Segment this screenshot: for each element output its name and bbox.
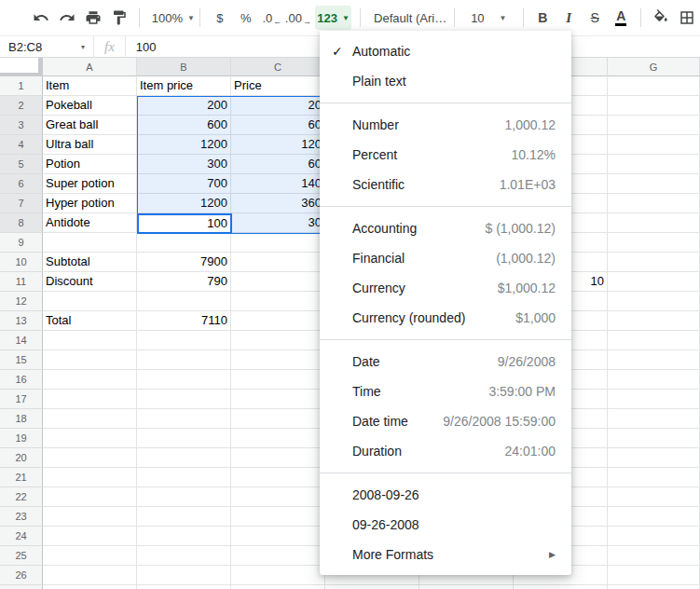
cell-B27[interactable] (137, 585, 231, 589)
cell-B20[interactable] (137, 448, 231, 468)
cell-A23[interactable] (43, 507, 137, 527)
row-header-17[interactable]: 17 (0, 390, 43, 409)
cell-C18[interactable] (231, 409, 325, 429)
cell-C13[interactable] (231, 311, 325, 331)
cell-G13[interactable] (608, 311, 700, 331)
cell-A11[interactable]: Discount (43, 272, 137, 292)
cell-C16[interactable] (231, 370, 325, 390)
cell-A13[interactable]: Total (43, 311, 137, 331)
cell-C11[interactable] (231, 272, 325, 292)
zoom-select[interactable]: 100%▼ (148, 6, 191, 30)
cell-C25[interactable] (231, 546, 325, 566)
cell-G9[interactable] (608, 233, 700, 253)
decrease-decimal-button[interactable]: .0← (261, 6, 283, 30)
cell-C6[interactable]: 140 (231, 174, 325, 194)
row-header-4[interactable]: 4 (0, 135, 43, 155)
cell-B22[interactable] (137, 487, 231, 507)
cell-B6[interactable]: 700 (137, 174, 231, 194)
cell-B11[interactable]: 790 (137, 272, 231, 292)
text-color-button[interactable]: A (610, 6, 632, 30)
cell-B5[interactable]: 300 (137, 155, 231, 174)
menu-item-financial[interactable]: Financial(1,000.12) (320, 243, 571, 273)
cell-A24[interactable] (43, 527, 137, 546)
row-header-21[interactable]: 21 (0, 468, 43, 487)
cell-B4[interactable]: 1200 (137, 135, 231, 155)
cell-C21[interactable] (231, 468, 325, 487)
cell-B15[interactable] (137, 350, 231, 370)
cell-A7[interactable]: Hyper potion (43, 194, 137, 213)
cell-A18[interactable] (43, 409, 137, 429)
cell-G17[interactable] (608, 390, 700, 409)
cell-C10[interactable] (231, 253, 325, 272)
cell-A10[interactable]: Subtotal (43, 253, 137, 272)
row-header-18[interactable]: 18 (0, 409, 43, 429)
menu-item-number[interactable]: Number1,000.12 (320, 110, 571, 140)
cell-A6[interactable]: Super potion (43, 174, 137, 194)
cell-B26[interactable] (137, 566, 231, 585)
menu-item-currency-rounded[interactable]: Currency (rounded)$1,000 (320, 303, 571, 333)
cell-A27[interactable] (43, 585, 137, 589)
cell-G10[interactable] (608, 253, 700, 272)
cell-B13[interactable]: 7110 (137, 311, 231, 331)
menu-item-more-formats[interactable]: More Formats▶ (320, 540, 571, 569)
cell-G1[interactable] (608, 76, 700, 96)
cell-C23[interactable] (231, 507, 325, 527)
bold-button[interactable]: B (531, 6, 554, 30)
cell-B25[interactable] (137, 546, 231, 566)
cell-G15[interactable] (608, 350, 700, 370)
row-header-23[interactable]: 23 (0, 507, 43, 527)
cell-A12[interactable] (43, 292, 137, 311)
format-currency-button[interactable]: $ (209, 6, 231, 30)
cell-A14[interactable] (43, 331, 137, 350)
row-header-13[interactable]: 13 (0, 311, 43, 331)
row-header-24[interactable]: 24 (0, 527, 43, 546)
undo-button[interactable] (30, 6, 52, 30)
cell-B21[interactable] (137, 468, 231, 487)
cell-A22[interactable] (43, 487, 137, 507)
row-header-5[interactable]: 5 (0, 155, 43, 174)
row-header-16[interactable]: 16 (0, 370, 43, 390)
cell-B14[interactable] (137, 331, 231, 350)
cell-A19[interactable] (43, 429, 137, 448)
menu-item-plain-text[interactable]: Plain text (320, 66, 571, 96)
cell-B8[interactable]: 100 (137, 213, 231, 233)
strikethrough-button[interactable]: S (583, 6, 606, 30)
menu-item-automatic[interactable]: ✓Automatic (320, 36, 571, 66)
cell-C27[interactable] (231, 585, 325, 589)
font-family-select[interactable]: Default (Ari…▼ (369, 6, 446, 30)
cell-F27[interactable] (514, 585, 608, 589)
cell-E27[interactable] (419, 585, 514, 589)
number-format-button[interactable]: 123▼ (315, 6, 352, 30)
cell-G4[interactable] (608, 135, 700, 155)
cell-D27[interactable] (325, 585, 419, 589)
cell-C4[interactable]: 120 (231, 135, 325, 155)
row-header-10[interactable]: 10 (0, 253, 43, 272)
menu-item-percent[interactable]: Percent10.12% (320, 140, 571, 170)
row-header-2[interactable]: 2 (0, 96, 43, 116)
menu-item-date[interactable]: Date9/26/2008 (320, 347, 571, 377)
row-header-11[interactable]: 11 (0, 272, 43, 292)
font-size-select[interactable]: 10▼ (463, 6, 514, 30)
cell-C5[interactable]: 60 (231, 155, 325, 174)
cell-C26[interactable] (231, 566, 325, 585)
row-header-3[interactable]: 3 (0, 116, 43, 135)
cell-A9[interactable] (43, 233, 137, 253)
cell-B24[interactable] (137, 527, 231, 546)
row-header-19[interactable]: 19 (0, 429, 43, 448)
row-header-14[interactable]: 14 (0, 331, 43, 350)
cell-C15[interactable] (231, 350, 325, 370)
col-header-A[interactable]: A (43, 58, 137, 76)
row-header-9[interactable]: 9 (0, 233, 43, 253)
row-header-15[interactable]: 15 (0, 350, 43, 370)
cell-C1[interactable]: Price (231, 76, 325, 96)
select-all-corner[interactable] (0, 58, 43, 76)
row-header-20[interactable]: 20 (0, 448, 43, 468)
cell-B9[interactable] (137, 233, 231, 253)
cell-G27[interactable] (608, 585, 700, 589)
col-header-B[interactable]: B (137, 58, 231, 76)
cell-A15[interactable] (43, 350, 137, 370)
cell-C24[interactable] (231, 527, 325, 546)
cell-B16[interactable] (137, 370, 231, 390)
cell-A3[interactable]: Great ball (43, 116, 137, 135)
cell-B3[interactable]: 600 (137, 116, 231, 135)
